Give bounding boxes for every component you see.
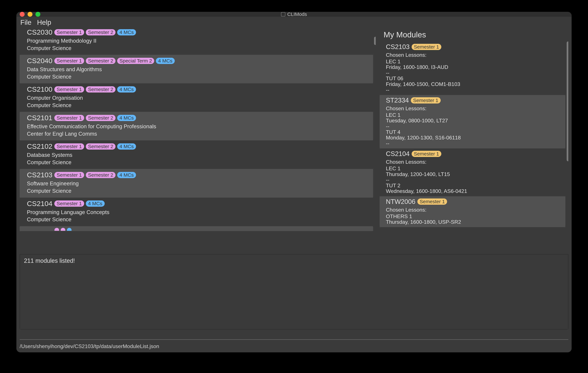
mc-badge: 4 MCs <box>156 58 175 64</box>
module-card-header: CS2102Semester 1Semester 24 MCs <box>27 142 366 150</box>
lesson-line: Monday, 1200-1300, S16-06118 <box>386 135 559 141</box>
module-dept: Computer Science <box>27 45 366 52</box>
semester-badge <box>61 228 65 231</box>
lesson-line: LEC 1 <box>386 112 559 118</box>
menu-file[interactable]: File <box>20 19 32 26</box>
semester-badge: Semester 1 <box>411 97 441 104</box>
semester-badge: Semester 1 <box>412 44 441 50</box>
mc-badge: 4 MCs <box>86 200 105 207</box>
module-code: CS2102 <box>27 142 52 150</box>
mc-badge: 4 MCs <box>117 115 136 121</box>
semester-badge: Special Term 2 <box>117 58 154 64</box>
module-code: CS2030 <box>27 28 52 36</box>
module-title: Programming Methodology II <box>27 37 366 45</box>
my-modules-title: My Modules <box>380 28 568 41</box>
mc-badge: 4 MCs <box>117 29 136 35</box>
lesson-line: TUT 06 <box>386 76 559 81</box>
lesson-line: TUT 4 <box>386 129 559 135</box>
semester-badge <box>54 228 59 231</box>
semester-badge: Semester 1 <box>54 200 84 207</box>
app-icon <box>281 12 285 16</box>
module-code: CS2100 <box>27 85 52 93</box>
module-card[interactable]: CS2102Semester 1Semester 24 MCsDatabase … <box>20 140 373 169</box>
lesson-line: -- <box>386 70 559 76</box>
maximize-icon[interactable] <box>35 12 40 17</box>
my-module-code: ST2334 <box>386 97 409 104</box>
lesson-line: LEC 1 <box>386 166 559 171</box>
module-title: Database Systems <box>27 151 366 159</box>
mc-badge: 4 MCs <box>117 86 136 93</box>
left-scrollbar-thumb[interactable] <box>374 37 376 45</box>
module-card-header: CS2103Semester 1Semester 24 MCs <box>27 171 366 179</box>
my-modules-pane: My Modules CS2103Semester 1Chosen Lesson… <box>380 28 568 250</box>
my-module-code: CS2103 <box>386 43 410 51</box>
module-code: CS2103 <box>27 171 52 179</box>
module-dept: Computer Science <box>27 102 366 109</box>
module-title: Software Engineering <box>27 180 366 187</box>
my-module-card[interactable]: CS2103Semester 1Chosen Lessons:LEC 1Frid… <box>380 41 565 95</box>
right-scrollbar-thumb[interactable] <box>567 41 568 161</box>
module-card[interactable]: CS2040Semester 1Semester 2Special Term 2… <box>20 55 373 83</box>
module-card-peek[interactable] <box>20 226 373 231</box>
lesson-line: LEC 1 <box>386 59 559 64</box>
module-card[interactable]: CS2104Semester 14 MCsProgramming Languag… <box>20 198 373 226</box>
mc-badge <box>67 228 72 231</box>
lesson-line: -- <box>386 87 559 93</box>
module-code: CS2101 <box>27 114 52 122</box>
menu-help[interactable]: Help <box>37 19 51 26</box>
status-path: /Users/shenyihong/dev/CS2103/tp/data/use… <box>20 343 159 349</box>
module-card-header: CS2040Semester 1Semester 2Special Term 2… <box>27 57 366 65</box>
module-title: Computer Organisation <box>27 94 366 102</box>
output-panel: 211 modules listed! <box>20 254 568 330</box>
my-module-header: ST2334Semester 1 <box>386 97 559 104</box>
chosen-lessons-label: Chosen Lessons: <box>386 106 559 112</box>
module-title: Effective Communication for Computing Pr… <box>27 123 366 130</box>
module-card[interactable]: CS2101Semester 1Semester 24 MCsEffective… <box>20 112 373 140</box>
lesson-line: Friday, 1600-1800, I3-AUD <box>386 64 559 70</box>
module-card-header: CS2104Semester 14 MCs <box>27 200 366 208</box>
chosen-lessons-label: Chosen Lessons: <box>386 207 559 213</box>
semester-badge: Semester 1 <box>54 115 84 121</box>
lesson-line: TUT 2 <box>386 183 559 188</box>
module-card-header: CS2100Semester 1Semester 24 MCs <box>27 85 366 93</box>
my-module-card[interactable]: ST2334Semester 1Chosen Lessons:LEC 1Tues… <box>380 95 565 148</box>
minimize-icon[interactable] <box>28 12 32 17</box>
close-icon[interactable] <box>20 12 25 17</box>
module-card[interactable]: CS2100Semester 1Semester 24 MCsComputer … <box>20 83 373 112</box>
semester-badge: Semester 1 <box>54 172 84 178</box>
my-modules-list[interactable]: CS2103Semester 1Chosen Lessons:LEC 1Frid… <box>380 41 568 250</box>
module-dept: Computer Science <box>27 187 366 195</box>
semester-badge: Semester 1 <box>54 29 84 35</box>
module-browser-pane: CS2030Semester 1Semester 24 MCsProgrammi… <box>20 28 376 250</box>
module-card-header: CS2101Semester 1Semester 24 MCs <box>27 114 366 122</box>
chosen-lessons-label: Chosen Lessons: <box>386 52 559 58</box>
lesson-line: Thursday, 1200-1400, LT15 <box>386 171 559 177</box>
my-module-header: NTW2006Semester 1 <box>386 198 559 205</box>
module-card[interactable]: CS2030Semester 1Semester 24 MCsProgrammi… <box>20 28 373 55</box>
semester-badge: Semester 2 <box>86 86 116 93</box>
semester-badge: Semester 1 <box>54 143 84 150</box>
module-title: Programming Language Concepts <box>27 209 366 216</box>
semester-badge: Semester 2 <box>86 115 116 121</box>
my-module-code: CS2104 <box>386 150 410 157</box>
module-list[interactable]: CS2030Semester 1Semester 24 MCsProgrammi… <box>20 28 376 250</box>
module-code: CS2040 <box>27 57 52 65</box>
module-card-header: CS2030Semester 1Semester 24 MCs <box>27 28 366 36</box>
mc-badge: 4 MCs <box>117 172 136 178</box>
window-title: CLIMods <box>281 12 307 17</box>
my-module-card[interactable]: CS2104Semester 1Chosen Lessons:LEC 1Thur… <box>380 148 565 196</box>
lesson-line: Thursday, 1600-1800, USP-SR2 <box>386 219 559 225</box>
chosen-lessons-label: Chosen Lessons: <box>386 159 559 165</box>
mc-badge: 4 MCs <box>117 143 136 150</box>
lesson-line: -- <box>386 124 559 129</box>
semester-badge: Semester 1 <box>54 86 84 93</box>
my-module-header: CS2103Semester 1 <box>386 43 559 51</box>
semester-badge: Semester 2 <box>86 58 116 64</box>
menubar: File Help <box>16 17 572 28</box>
traffic-lights <box>20 12 40 17</box>
my-module-card[interactable]: NTW2006Semester 1Chosen Lessons:OTHERS 1… <box>380 196 565 227</box>
semester-badge: Semester 1 <box>412 151 441 157</box>
content-split: CS2030Semester 1Semester 24 MCsProgrammi… <box>16 28 572 250</box>
module-card[interactable]: CS2103Semester 1Semester 24 MCsSoftware … <box>20 169 373 197</box>
module-dept: Center for Engl Lang Comms <box>27 130 366 138</box>
